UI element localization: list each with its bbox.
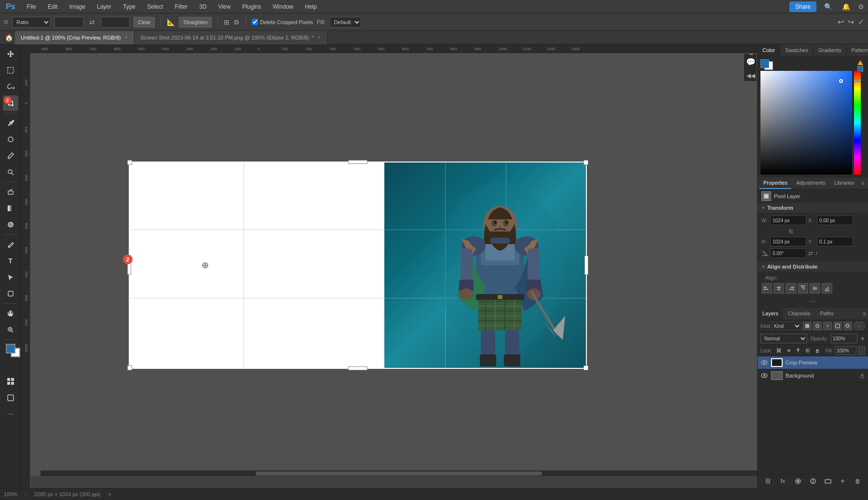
menu-select[interactable]: Select: [145, 2, 165, 11]
tool-crop[interactable]: 2: [3, 95, 18, 111]
align-header[interactable]: ▼ Align and Distribute: [758, 262, 868, 271]
crop-handle-bm[interactable]: [348, 366, 367, 370]
lock-artboard-btn[interactable]: [804, 347, 812, 354]
transform-header[interactable]: ▼ Transform: [758, 203, 868, 213]
swap-icon[interactable]: ⇄: [87, 17, 97, 27]
settings-crop-icon[interactable]: ⚙: [233, 18, 240, 26]
delete-cropped-label[interactable]: Delete Cropped Pixels: [252, 19, 312, 25]
panel-comments-icon[interactable]: 💬: [746, 57, 756, 67]
align-right-btn[interactable]: [786, 283, 796, 294]
notification-icon[interactable]: 🔔: [842, 3, 850, 11]
tool-path-select[interactable]: [3, 270, 18, 285]
align-top-btn[interactable]: [798, 283, 808, 294]
panel-collapse-icon[interactable]: ◀◀: [746, 72, 755, 79]
layer-new-btn[interactable]: +: [838, 476, 848, 486]
angle-flip-icon[interactable]: ⇄: [808, 250, 813, 257]
align-left-btn[interactable]: [761, 283, 772, 294]
tool-gradient[interactable]: [3, 201, 18, 216]
filter-shape-btn[interactable]: [833, 322, 842, 330]
menu-plugins[interactable]: Plugins: [240, 2, 263, 11]
tab-close-1[interactable]: ×: [123, 35, 128, 40]
menu-3d[interactable]: 3D: [197, 2, 208, 11]
align-bottom-btn[interactable]: [822, 283, 832, 294]
status-arrow[interactable]: >: [108, 491, 111, 497]
filter-type-btn[interactable]: T: [823, 322, 832, 330]
width-input[interactable]: [54, 17, 83, 27]
link-proportional-icon[interactable]: ⛓: [787, 227, 795, 235]
fill-dropdown[interactable]: [858, 346, 865, 355]
fg-color-swatch[interactable]: [6, 344, 15, 353]
home-icon[interactable]: 🏠: [5, 34, 13, 41]
layer-folder-btn[interactable]: [823, 476, 833, 486]
filter-toggle-btn[interactable]: ○: [854, 322, 865, 330]
ratio-select[interactable]: Ratio: [12, 17, 51, 27]
tool-eyedropper[interactable]: [3, 115, 18, 131]
y-input[interactable]: [817, 237, 853, 246]
tab-untitled[interactable]: Untitled-1 @ 100% (Crop Preview, RGB/8) …: [15, 31, 135, 44]
tool-zoom[interactable]: [3, 322, 18, 338]
crop-handle-bl[interactable]: [127, 365, 132, 370]
hue-slider[interactable]: [854, 71, 861, 175]
tool-move[interactable]: [3, 46, 18, 62]
more-options[interactable]: ...: [761, 294, 864, 305]
scroll-horizontal[interactable]: [41, 470, 757, 476]
align-middle-btn[interactable]: [810, 283, 820, 294]
tool-dodge[interactable]: [3, 217, 18, 232]
tool-shape[interactable]: [3, 286, 18, 301]
menu-file[interactable]: File: [25, 2, 38, 11]
layer-delete-btn[interactable]: 🗑: [853, 476, 863, 486]
panel-tab-patterns[interactable]: Patterns: [847, 44, 868, 56]
prop-tab-more-icon[interactable]: ≡: [859, 177, 867, 189]
prop-tab-adjustments[interactable]: Adjustments: [792, 177, 829, 189]
fill-input[interactable]: [835, 346, 856, 355]
tool-rectangle-select[interactable]: [3, 63, 18, 78]
straighten-button[interactable]: Straighten: [179, 17, 212, 27]
lock-position-btn[interactable]: [794, 347, 802, 354]
panel-tab-gradients[interactable]: Gradients: [814, 44, 847, 56]
zoom-level[interactable]: 100%: [4, 491, 17, 497]
tool-more[interactable]: ···: [3, 406, 18, 422]
share-button[interactable]: Share: [789, 1, 816, 12]
search-icon[interactable]: 🔍: [824, 3, 832, 11]
panel-tab-swatches[interactable]: Swatches: [780, 44, 814, 56]
w-input[interactable]: [770, 216, 806, 225]
panel-tab-color[interactable]: Color: [758, 44, 780, 56]
lock-transparent-btn[interactable]: [775, 347, 783, 354]
opacity-arrow[interactable]: ▼: [860, 336, 865, 341]
menu-ps[interactable]: Ps: [4, 1, 17, 12]
settings-icon[interactable]: ⚙: [858, 3, 864, 11]
align-center-btn[interactable]: [773, 283, 784, 294]
filter-pixel-btn[interactable]: [803, 322, 812, 330]
filter-smart-btn[interactable]: [843, 322, 852, 330]
crop-handle-tr[interactable]: [583, 160, 588, 165]
layer-adjustment-btn[interactable]: [808, 476, 818, 486]
tool-brush[interactable]: [3, 148, 18, 163]
menu-filter[interactable]: Filter: [173, 2, 190, 11]
tool-pen[interactable]: [3, 237, 18, 252]
delete-cropped-checkbox[interactable]: [252, 19, 258, 25]
tool-type[interactable]: T: [3, 253, 18, 269]
tool-clone[interactable]: [3, 164, 18, 180]
crop-handle-br[interactable]: [583, 365, 588, 370]
menu-type[interactable]: Type: [121, 2, 137, 11]
menu-layer[interactable]: Layer: [95, 2, 113, 11]
x-input[interactable]: [817, 216, 853, 225]
layers-tab-paths[interactable]: Paths: [815, 308, 839, 320]
layers-more-icon[interactable]: ≡: [861, 308, 868, 320]
menu-help[interactable]: Help: [303, 2, 319, 11]
prop-tab-libraries[interactable]: Libraries: [830, 177, 858, 189]
height-input[interactable]: [101, 17, 130, 27]
fg-color-mini[interactable]: [760, 59, 769, 68]
layer-visibility-background[interactable]: [760, 372, 768, 379]
menu-image[interactable]: Image: [68, 2, 87, 11]
menu-window[interactable]: Window: [271, 2, 296, 11]
tool-extra-2[interactable]: [3, 390, 18, 405]
crop-handle-tm[interactable]: [348, 160, 367, 164]
prop-tab-properties[interactable]: Properties: [760, 177, 791, 189]
layers-tab-layers[interactable]: Layers: [758, 308, 783, 320]
filter-adjustment-btn[interactable]: [813, 322, 822, 330]
tool-eraser[interactable]: [3, 184, 18, 200]
h-input[interactable]: [770, 237, 806, 246]
redo-icon[interactable]: ↪: [848, 17, 854, 27]
menu-edit[interactable]: Edit: [46, 2, 60, 11]
